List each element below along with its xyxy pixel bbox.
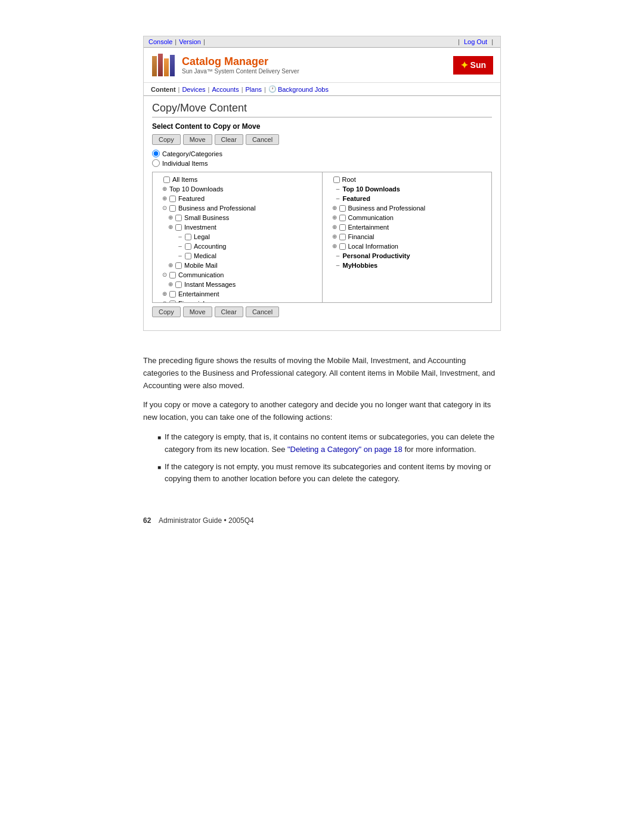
- expand-icon-r9: –: [335, 261, 342, 270]
- checkbox-accounting[interactable]: [185, 243, 191, 250]
- expand-icon-r5[interactable]: ⊕: [331, 222, 338, 232]
- expand-icon-r6[interactable]: ⊕: [331, 232, 338, 241]
- expand-icon-5[interactable]: ⊕: [167, 222, 174, 232]
- tree-label-mobilemail: Mobile Mail: [184, 261, 218, 270]
- move-button-bottom[interactable]: Move: [183, 306, 212, 317]
- move-button-top[interactable]: Move: [183, 134, 212, 145]
- expand-icon-r3[interactable]: ⊕: [331, 203, 338, 213]
- tree-label-accounting: Accounting: [194, 241, 226, 251]
- expand-icon-2[interactable]: ⊕: [161, 194, 168, 203]
- tree-left-row-4: ⊕ Small Business: [155, 213, 320, 222]
- copy-button-top[interactable]: Copy: [152, 134, 181, 145]
- expand-icon-3[interactable]: ⊙: [161, 203, 168, 213]
- sun-star-icon: ✦: [460, 60, 468, 71]
- tree-label-invest: Investment: [184, 222, 216, 232]
- checkbox-r-comm[interactable]: [339, 215, 346, 221]
- tree-left-row-13: ⊙ Financial: [155, 299, 320, 302]
- expand-icon-12[interactable]: ⊕: [161, 289, 168, 299]
- section-title: Select Content to Copy or Move: [152, 122, 492, 131]
- prose-paragraph2: If you copy or move a category to anothe…: [143, 399, 501, 424]
- top-bar: Console | Version | | Log Out |: [144, 36, 500, 48]
- tree-panels: All Items ⊕ Top 10 Downloads ⊕ Featured …: [152, 172, 492, 303]
- books-icon: [151, 52, 176, 78]
- prose-section: The preceding figure shows the results o…: [143, 355, 501, 493]
- tree-left-row-6: – Legal: [155, 232, 320, 241]
- radio-categories-label[interactable]: Category/Categories: [152, 150, 492, 157]
- checkbox-allitems[interactable]: [163, 176, 170, 183]
- checkbox-r-biz[interactable]: [339, 205, 346, 212]
- console-link[interactable]: Console: [148, 38, 172, 45]
- prose-paragraph1: The preceding figure shows the results o…: [143, 355, 501, 392]
- nav-bar: Content | Devices | Accounts | Plans | 🕐…: [144, 83, 500, 96]
- nav-plans[interactable]: Plans: [246, 86, 262, 93]
- cancel-button-bottom[interactable]: Cancel: [246, 306, 279, 317]
- tree-label-comm: Communication: [178, 270, 224, 280]
- expand-icon-r7[interactable]: ⊕: [331, 241, 338, 251]
- tree-label-r-comm: Communication: [348, 213, 394, 222]
- checkbox-r-financial[interactable]: [339, 234, 346, 240]
- tree-label-r-entertainment: Entertainment: [348, 222, 389, 232]
- topbar-sep3: |: [458, 38, 460, 45]
- tree-label-r-financial: Financial: [348, 232, 374, 241]
- checkbox-r-localinfo[interactable]: [339, 243, 346, 250]
- checkbox-mobilemail[interactable]: [175, 262, 182, 269]
- checkbox-entertainment[interactable]: [169, 291, 176, 298]
- page-footer: 62 Administrator Guide • 2005Q4: [143, 516, 501, 525]
- expand-icon-11[interactable]: ⊕: [167, 280, 174, 289]
- checkbox-medical[interactable]: [185, 253, 191, 259]
- prose-bullet2: If the category is not empty, you must r…: [157, 461, 501, 486]
- expand-icon-13[interactable]: ⊙: [161, 299, 168, 302]
- expand-icon-9[interactable]: ⊕: [167, 261, 174, 270]
- tree-left-row-1: ⊕ Top 10 Downloads: [155, 184, 320, 194]
- expand-icon-7: –: [177, 241, 184, 251]
- header: Catalog Manager Sun Java™ System Content…: [144, 48, 500, 83]
- checkbox-biz[interactable]: [169, 205, 176, 212]
- footer-guide-label: Administrator Guide • 2005Q4: [159, 516, 254, 525]
- content-area: Copy/Move Content Select Content to Copy…: [144, 96, 500, 330]
- tree-label-financial: Financial: [178, 299, 205, 302]
- expand-icon-1[interactable]: ⊕: [161, 184, 168, 194]
- checkbox-root[interactable]: [333, 176, 340, 183]
- clear-button-top[interactable]: Clear: [215, 134, 243, 145]
- radio-individual-label[interactable]: Individual Items: [152, 159, 492, 167]
- version-link[interactable]: Version: [179, 38, 201, 45]
- expand-icon-4[interactable]: ⊕: [167, 213, 174, 222]
- deleting-category-link[interactable]: "Deleting a Category" on page 18: [287, 445, 402, 454]
- expand-icon-r4[interactable]: ⊕: [331, 213, 338, 222]
- checkbox-r-entertainment[interactable]: [339, 224, 346, 231]
- topbar-sep1: |: [175, 38, 177, 45]
- tree-right-row-3: ⊕ Business and Professional: [325, 203, 490, 213]
- tree-left-row-5: ⊕ Investment: [155, 222, 320, 232]
- tree-right-row-6: ⊕ Financial: [325, 232, 490, 241]
- tree-right-panel[interactable]: Root – Top 10 Downloads – Featured ⊕ Bus…: [323, 172, 492, 302]
- checkbox-financial[interactable]: [169, 301, 176, 303]
- tree-label-r-top10: Top 10 Downloads: [343, 184, 400, 194]
- radio-categories[interactable]: [152, 150, 160, 157]
- ui-container: Console | Version | | Log Out |: [143, 36, 501, 331]
- copy-button-bottom[interactable]: Copy: [152, 306, 181, 317]
- tree-left-panel[interactable]: All Items ⊕ Top 10 Downloads ⊕ Featured …: [153, 172, 323, 302]
- page-wrapper: Console | Version | | Log Out |: [48, 36, 596, 525]
- radio-individual[interactable]: [152, 159, 160, 167]
- checkbox-invest[interactable]: [175, 224, 182, 231]
- checkbox-instant[interactable]: [175, 281, 182, 288]
- checkbox-featured[interactable]: [169, 196, 176, 202]
- sun-label: Sun: [470, 60, 486, 70]
- checkbox-smallbiz[interactable]: [175, 215, 182, 221]
- nav-content[interactable]: Content: [151, 86, 176, 93]
- nav-background-jobs[interactable]: 🕐 Background Jobs: [268, 85, 329, 93]
- logout-link[interactable]: Log Out: [464, 38, 487, 45]
- sun-logo: ✦ Sun: [453, 56, 493, 75]
- top-btn-row: Copy Move Clear Cancel: [152, 134, 492, 145]
- checkbox-comm[interactable]: [169, 272, 176, 278]
- clear-button-bottom[interactable]: Clear: [215, 306, 243, 317]
- nav-devices[interactable]: Devices: [182, 86, 205, 93]
- tree-left-row-11: ⊕ Instant Messages: [155, 280, 320, 289]
- expand-icon-10[interactable]: ⊙: [161, 270, 168, 280]
- checkbox-legal[interactable]: [185, 234, 191, 240]
- nav-accounts[interactable]: Accounts: [212, 86, 239, 93]
- prose-bullet1: If the category is empty, that is, it co…: [157, 431, 501, 456]
- header-text: Catalog Manager Sun Java™ System Content…: [182, 55, 299, 75]
- cancel-button-top[interactable]: Cancel: [246, 134, 279, 145]
- tree-label-top10: Top 10 Downloads: [169, 184, 224, 194]
